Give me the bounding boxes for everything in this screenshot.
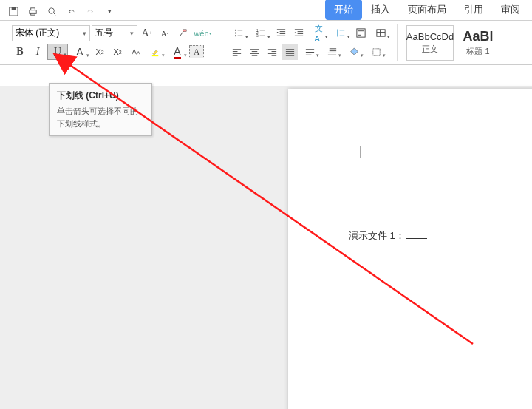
decrease-font-button[interactable]: A-: [157, 25, 173, 41]
change-case-button[interactable]: [127, 44, 143, 60]
text-direction-button[interactable]: 文A▾: [308, 25, 329, 41]
svg-rect-1: [11, 7, 16, 10]
document-page[interactable]: 演示文件 1：: [288, 89, 532, 409]
increase-font-button[interactable]: A+: [139, 25, 155, 41]
preview-icon[interactable]: [43, 3, 61, 19]
underline-tooltip: 下划线 (Ctrl+U) 单击箭头可选择不同的下划线样式。: [49, 83, 152, 136]
svg-rect-62: [372, 49, 379, 55]
style-normal[interactable]: AaBbCcDd 正文: [406, 25, 454, 61]
svg-rect-8: [151, 55, 157, 56]
svg-rect-7: [183, 30, 186, 32]
styles-group: AaBbCcDd 正文 AaBl 标题 1: [400, 24, 505, 61]
chevron-down-icon: ▾: [361, 53, 364, 58]
chevron-down-icon: ▾: [316, 53, 319, 58]
chevron-down-icon: ▾: [130, 30, 134, 37]
chevron-down-icon: ▾: [83, 30, 86, 37]
strikethrough-button[interactable]: A▾: [69, 44, 90, 60]
underline-button[interactable]: U▾: [47, 44, 68, 60]
indent-left-button[interactable]: ▾: [321, 44, 342, 60]
tab-start[interactable]: 开始: [325, 0, 362, 20]
chevron-down-icon: ▾: [338, 53, 341, 58]
font-color-button[interactable]: A▾: [167, 44, 188, 60]
tab-insert[interactable]: 插入: [362, 0, 399, 20]
show-marks-button[interactable]: ▾: [370, 25, 391, 41]
style-label: 正文: [422, 44, 438, 55]
save-icon[interactable]: [4, 3, 22, 19]
phonetic-button[interactable]: wén▾: [192, 25, 213, 41]
chevron-down-icon: ▾: [162, 53, 165, 58]
chevron-down-icon: ▾: [387, 34, 390, 40]
svg-point-5: [48, 7, 54, 13]
justify-button[interactable]: [282, 44, 298, 60]
chevron-down-icon: ▾: [383, 53, 386, 58]
text-cursor: [349, 255, 349, 268]
font-name-input[interactable]: 宋体 (正文)▾: [12, 25, 90, 41]
bullets-button[interactable]: ▾: [228, 25, 249, 41]
align-left-button[interactable]: [228, 44, 245, 60]
bold-button[interactable]: B: [12, 44, 28, 60]
paragraph-group: ▾ 123▾ 文A▾ ▾ ▾ ▾ ▾ ▾ ▾: [222, 24, 398, 61]
redo-icon[interactable]: [81, 3, 99, 19]
font-name-value: 宋体 (正文): [16, 27, 59, 39]
tab-layout[interactable]: 页面布局: [399, 0, 455, 20]
subscript-button[interactable]: X2: [109, 44, 126, 60]
style-label: 标题 1: [466, 46, 489, 57]
increase-indent-button[interactable]: [290, 25, 307, 41]
align-right-button[interactable]: [264, 44, 280, 60]
chevron-down-icon: ▾: [347, 34, 350, 40]
shading-button[interactable]: ▾: [344, 44, 364, 60]
svg-point-11: [234, 33, 236, 34]
tooltip-body: 单击箭头可选择不同的下划线样式。: [57, 105, 144, 129]
style-preview: AaBl: [463, 29, 493, 44]
superscript-button[interactable]: X2: [92, 44, 108, 60]
svg-point-9: [234, 30, 236, 31]
chevron-down-icon: ▾: [64, 52, 66, 58]
font-group: 宋体 (正文)▾ 五号▾ A+ A- wén▾ B I U▾ A▾ X2 X2 …: [6, 24, 219, 61]
char-border-button[interactable]: A: [189, 45, 204, 58]
chevron-down-icon: ▾: [267, 34, 270, 40]
style-heading1[interactable]: AaBl 标题 1: [457, 25, 499, 61]
qat-dropdown-icon[interactable]: ▾: [100, 3, 118, 19]
tooltip-title: 下划线 (Ctrl+U): [57, 89, 144, 102]
margin-indicator: [349, 146, 361, 158]
italic-button[interactable]: I: [30, 44, 46, 60]
decrease-indent-button[interactable]: [273, 25, 289, 41]
line-spacing-button[interactable]: ▾: [330, 25, 351, 41]
svg-rect-36: [376, 30, 384, 36]
font-size-input[interactable]: 五号▾: [92, 25, 137, 41]
chevron-down-icon: ▾: [245, 34, 248, 40]
svg-text:3: 3: [256, 34, 258, 38]
svg-point-13: [234, 36, 236, 37]
chevron-down-icon: ▾: [325, 34, 328, 40]
chevron-down-icon: ▾: [86, 53, 89, 58]
highlight-button[interactable]: ▾: [145, 44, 166, 60]
sort-button[interactable]: [352, 25, 369, 41]
clear-format-button[interactable]: [174, 25, 191, 41]
chevron-down-icon: ▾: [184, 53, 187, 58]
svg-rect-3: [30, 7, 35, 10]
tab-review[interactable]: 审阅: [492, 0, 529, 20]
numbering-button[interactable]: 123▾: [250, 25, 271, 41]
font-size-value: 五号: [95, 27, 113, 39]
align-center-button[interactable]: [246, 44, 262, 60]
print-icon[interactable]: [24, 3, 41, 19]
distribute-button[interactable]: ▾: [299, 44, 320, 60]
svg-line-6: [53, 13, 55, 15]
document-text: 演示文件 1：: [349, 229, 427, 243]
style-preview: AaBbCcDd: [406, 31, 454, 42]
undo-icon[interactable]: [62, 3, 80, 19]
tab-reference[interactable]: 引用: [455, 0, 492, 20]
borders-button[interactable]: ▾: [366, 44, 386, 60]
